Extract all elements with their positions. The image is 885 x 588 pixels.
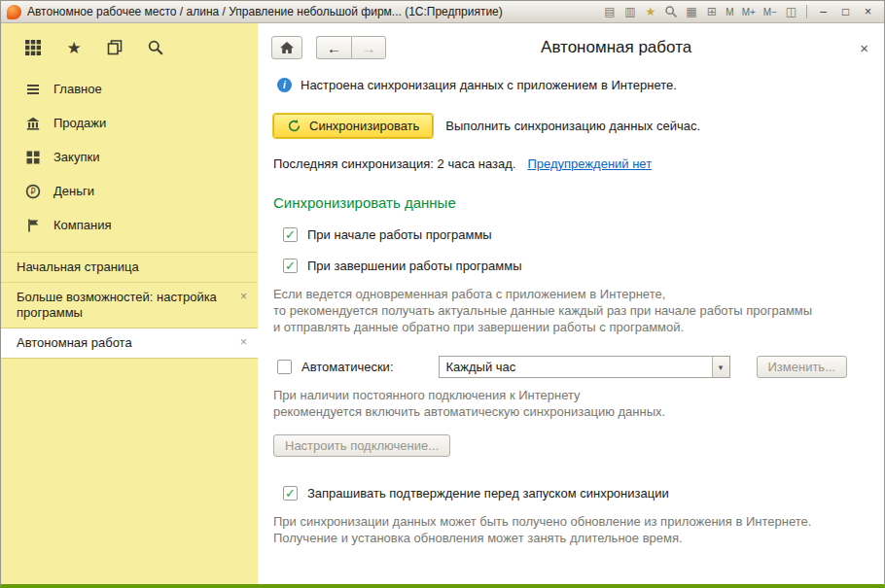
sidebar-item-label: Компания (53, 218, 112, 232)
panels-icon[interactable]: ◫ (782, 4, 800, 20)
form-close-button[interactable]: × (856, 40, 872, 56)
simultaneous-work-note: Если ведется одновременная работа с прил… (273, 286, 872, 335)
memory-m-minus-button[interactable]: M− (761, 7, 780, 17)
svg-text:₽: ₽ (30, 187, 36, 196)
last-sync-row: Последняя синхронизация: 2 часа назад. П… (273, 156, 872, 171)
warnings-link[interactable]: Предупреждений нет (527, 156, 652, 171)
sidebar-item-label: Деньги (53, 184, 94, 198)
checkbox-row-confirm[interactable]: ✓ Запрашивать подтверждение перед запуск… (283, 486, 872, 501)
history-copy-icon[interactable] (106, 39, 124, 56)
tab-label: Больше возможностей: настройка программы (17, 290, 233, 321)
sync-interval-combobox[interactable]: Каждый час ▾ (439, 356, 730, 378)
maximize-button[interactable]: □ (835, 4, 856, 20)
favorites-icon[interactable]: ★ (641, 4, 659, 20)
calendar-icon[interactable]: ▦ (682, 4, 700, 20)
favorites-star-icon[interactable]: ★ (65, 39, 83, 56)
app-body: ★ Главное (1, 23, 884, 584)
tab-label: Автономная работа (17, 335, 233, 351)
checkbox-row-sync-on-exit[interactable]: ✓ При завершении работы программы (283, 259, 872, 273)
home-button[interactable] (271, 36, 302, 59)
configure-connection-button[interactable]: Настроить подключение... (273, 434, 450, 457)
tab-offline-work[interactable]: Автономная работа × (1, 328, 258, 359)
check-icon: ✓ (285, 228, 296, 241)
history-nav-group: ← → (316, 36, 386, 59)
sync-action-row: Синхронизировать Выполнить синхронизацию… (273, 114, 872, 138)
main-section-icon (24, 82, 41, 97)
sidebar-item-purchases[interactable]: Закупки (1, 140, 258, 174)
search-icon[interactable] (661, 4, 680, 20)
page-title: Автономная работа (541, 38, 691, 57)
back-button[interactable]: ← (316, 36, 351, 59)
sidebar-item-main[interactable]: Главное (1, 72, 258, 106)
checkbox-label: При начале работы программы (307, 227, 492, 242)
auto-sync-note: При наличии постоянного подключения к Ин… (273, 387, 872, 420)
configure-row: Настроить подключение... (273, 434, 872, 457)
checkbox-confirm-before-sync[interactable]: ✓ (283, 486, 298, 501)
sync-icon (287, 119, 301, 133)
info-icon: i (277, 78, 292, 92)
sidebar-item-label: Главное (53, 82, 102, 96)
forward-arrow-icon: → (362, 40, 376, 56)
main-panel: ← → Автономная работа × i Настроена синх… (258, 23, 884, 584)
sidebar-item-label: Закупки (53, 150, 99, 164)
form-header: ← → Автономная работа × (271, 31, 872, 64)
titlebar-separator (806, 5, 807, 18)
sales-section-icon (24, 116, 41, 131)
sidebar-item-label: Продажи (53, 116, 106, 130)
close-window-button[interactable]: × (858, 4, 878, 20)
synchronize-button-label: Синхронизировать (309, 119, 419, 133)
sidebar-item-sales[interactable]: Продажи (1, 106, 258, 140)
checkbox-sync-on-exit[interactable]: ✓ (283, 259, 298, 273)
open-windows-tabs: Начальная страница Больше возможностей: … (1, 252, 258, 359)
purchases-section-icon (24, 150, 41, 165)
company-section-icon (24, 218, 41, 233)
app-logo-icon (7, 5, 21, 19)
synchronize-button[interactable]: Синхронизировать (273, 114, 433, 138)
update-note: При синхронизации данных может быть полу… (273, 513, 872, 546)
section-heading: Синхронизировать данные (273, 194, 872, 211)
print-icon[interactable]: ▥ (620, 4, 639, 20)
sidebar-item-money[interactable]: ₽ Деньги (1, 174, 258, 208)
sections-menu-icon[interactable] (24, 39, 42, 56)
memory-m-button[interactable]: M (723, 7, 736, 17)
last-sync-text: Последняя синхронизация: 2 часа назад. (273, 156, 515, 171)
tab-close-icon[interactable]: × (237, 335, 250, 349)
tab-start-page[interactable]: Начальная страница (1, 252, 258, 282)
sync-interval-value: Каждый час (440, 360, 712, 374)
calculator-icon[interactable]: ⊞ (702, 4, 721, 20)
window-title: Автономное рабочее место / алина / Управ… (27, 5, 503, 18)
check-icon: ✓ (285, 259, 296, 272)
tab-close-icon[interactable]: × (237, 290, 250, 303)
search-sidebar-icon[interactable] (147, 39, 164, 56)
chevron-down-icon: ▾ (719, 363, 724, 372)
checkbox-auto-sync[interactable] (277, 360, 292, 374)
app-window: Автономное рабочее место / алина / Управ… (0, 0, 885, 588)
sidebar-item-company[interactable]: Компания (1, 208, 258, 242)
checkbox-label: Автоматически: (301, 360, 394, 374)
sync-hint-text: Выполнить синхронизацию данных сейчас. (445, 119, 700, 133)
minimize-button[interactable]: – (813, 4, 833, 20)
forward-button[interactable]: → (351, 36, 386, 59)
tab-more-features[interactable]: Больше возможностей: настройка программы… (1, 282, 258, 328)
checkbox-sync-on-start[interactable]: ✓ (283, 227, 298, 242)
checkbox-label: Запрашивать подтверждение перед запуском… (307, 486, 669, 501)
check-icon: ✓ (285, 487, 296, 500)
memory-m-plus-button[interactable]: M+ (739, 7, 759, 17)
money-section-icon: ₽ (24, 184, 41, 199)
change-schedule-button[interactable]: Изменить... (757, 356, 847, 378)
titlebar: Автономное рабочее место / алина / Управ… (1, 1, 884, 23)
sections-menu: Главное Продажи Закупки ₽ (1, 72, 258, 242)
sync-info-row: i Настроена синхронизация данных с прило… (277, 78, 872, 92)
documents-icon[interactable]: ▤ (600, 4, 619, 20)
sync-info-text: Настроена синхронизация данных с приложе… (301, 78, 677, 92)
auto-sync-row: Автоматически: Каждый час ▾ Изменить... (277, 356, 872, 378)
combobox-dropdown-button[interactable]: ▾ (712, 357, 729, 377)
tab-label: Начальная страница (17, 259, 250, 275)
sidebar-toolbar: ★ (1, 23, 258, 72)
titlebar-toolbar: ▤ ▥ ★ ▦ ⊞ M M+ M− ◫ – □ × (600, 4, 878, 20)
checkbox-row-sync-on-start[interactable]: ✓ При начале работы программы (283, 227, 872, 242)
back-arrow-icon: ← (327, 40, 341, 56)
checkbox-label: При завершении работы программы (307, 259, 522, 273)
sidebar: ★ Главное (1, 23, 258, 584)
